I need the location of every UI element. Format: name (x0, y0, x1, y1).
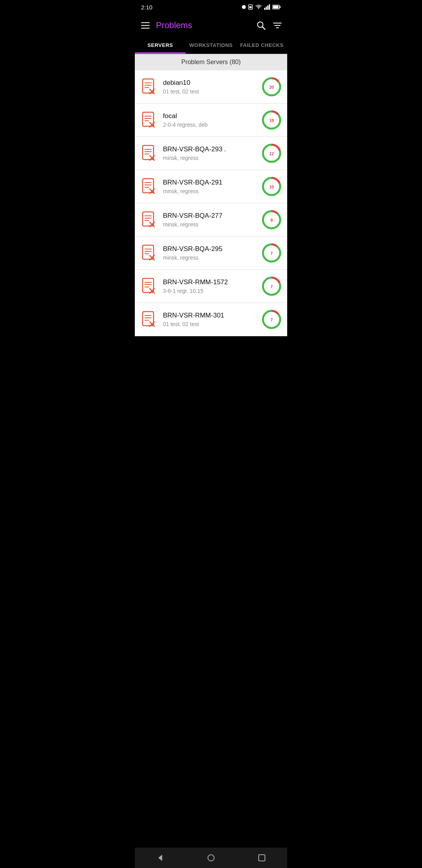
svg-rect-5 (267, 5, 268, 10)
list-item[interactable]: BRN-VSR-BQA-293 . minsk, regress 12 (135, 137, 287, 170)
server-status-icon (141, 311, 157, 328)
server-status-icon (141, 278, 157, 295)
wifi-icon (255, 4, 262, 10)
score-donut: 20 (261, 77, 282, 97)
server-name: BRN-VSR-BQA-291 (163, 179, 261, 187)
svg-rect-2 (249, 6, 252, 8)
svg-text:10: 10 (269, 185, 274, 189)
server-icon (140, 244, 157, 262)
server-name: BRN-VSR-RMM-301 (163, 312, 261, 319)
server-name: BRN-VSR-BQA-277 (163, 212, 261, 220)
server-info: BRN-VSR-BQA-295 minsk, regress (163, 245, 261, 261)
server-name: BRN-VSR-BQA-295 (163, 245, 261, 253)
server-tags: 01 test, 02 test (163, 321, 261, 327)
server-info: BRN-VSR-BQA-293 . minsk, regress (163, 145, 261, 161)
section-header: Problem Servers (80) (135, 54, 287, 70)
svg-text:19: 19 (269, 118, 274, 123)
privacy-indicator-icon (242, 5, 246, 9)
menu-button[interactable] (139, 21, 151, 30)
top-actions (256, 20, 283, 30)
svg-text:8: 8 (270, 218, 273, 222)
server-status-icon (141, 244, 157, 262)
list-item[interactable]: BRN-VSR-RMM-1572 3-6-1 regr, 10.15 7 (135, 270, 287, 303)
score-donut: 8 (261, 210, 282, 230)
server-icon (140, 311, 157, 328)
score-donut: 19 (261, 110, 282, 130)
search-button[interactable] (256, 20, 266, 30)
server-info: BRN-VSR-BQA-277 minsk, regress (163, 212, 261, 228)
server-tags: 2-0-4 regress, deb (163, 122, 261, 128)
score-donut: 7 (261, 243, 282, 263)
list-item[interactable]: BRN-VSR-RMM-301 01 test, 02 test 7 (135, 303, 287, 336)
score-donut: 10 (261, 176, 282, 197)
server-info: BRN-VSR-RMM-1572 3-6-1 regr, 10.15 (163, 278, 261, 294)
svg-rect-9 (273, 6, 279, 9)
status-icons (242, 4, 281, 10)
server-name: BRN-VSR-BQA-293 . (163, 145, 261, 153)
server-name: focal (163, 112, 261, 120)
server-tags: minsk, regress (163, 155, 261, 161)
server-list: debian10 01 test, 02 test 20 (135, 70, 287, 336)
page-title: Problems (156, 20, 256, 30)
filter-icon (272, 20, 283, 30)
server-tags: 01 test, 02 test (163, 88, 261, 95)
server-name: BRN-VSR-RMM-1572 (163, 278, 261, 286)
server-info: debian10 01 test, 02 test (163, 79, 261, 95)
server-info: BRN-VSR-BQA-291 minsk, regress (163, 179, 261, 194)
svg-text:7: 7 (270, 317, 273, 322)
svg-text:20: 20 (269, 85, 274, 90)
list-item[interactable]: BRN-VSR-BQA-295 minsk, regress 7 (135, 237, 287, 270)
server-icon (140, 211, 157, 228)
server-status-icon (141, 211, 157, 228)
server-name: debian10 (163, 79, 261, 87)
svg-point-0 (242, 5, 246, 9)
server-icon (140, 78, 157, 95)
score-donut: 7 (261, 276, 282, 296)
list-item[interactable]: BRN-VSR-BQA-277 minsk, regress 8 (135, 203, 287, 237)
list-item[interactable]: focal 2-0-4 regress, deb 19 (135, 104, 287, 137)
menu-line-2 (141, 25, 150, 26)
status-time: 2:10 (141, 4, 152, 11)
svg-text:7: 7 (270, 251, 273, 256)
server-info: BRN-VSR-RMM-301 01 test, 02 test (163, 312, 261, 327)
server-tags: minsk, regress (163, 221, 261, 228)
tab-servers[interactable]: SERVERS (135, 37, 186, 54)
server-info: focal 2-0-4 regress, deb (163, 112, 261, 128)
server-status-icon (141, 145, 157, 162)
svg-rect-4 (266, 7, 267, 10)
server-status-icon (141, 178, 157, 195)
server-status-icon (141, 111, 157, 129)
sim-icon (248, 4, 253, 10)
svg-text:12: 12 (269, 151, 274, 156)
server-status-icon (141, 78, 157, 95)
list-item[interactable]: debian10 01 test, 02 test 20 (135, 70, 287, 104)
server-tags: minsk, regress (163, 255, 261, 261)
tab-failed-checks[interactable]: FAILED CHECKS (236, 37, 287, 54)
search-icon (256, 20, 266, 30)
svg-line-11 (262, 27, 265, 29)
tabs-bar: SERVERS WORKSTATIONS FAILED CHECKS (135, 37, 287, 54)
status-bar: 2:10 (135, 0, 287, 14)
server-icon (140, 178, 157, 195)
svg-rect-6 (269, 4, 270, 10)
server-tags: 3-6-1 regr, 10.15 (163, 288, 261, 294)
tab-workstations[interactable]: WORKSTATIONS (186, 37, 236, 54)
svg-rect-8 (280, 6, 281, 8)
menu-line-3 (141, 28, 150, 29)
list-item[interactable]: BRN-VSR-BQA-291 minsk, regress 10 (135, 170, 287, 203)
battery-icon (272, 5, 281, 9)
menu-line-1 (141, 22, 150, 23)
score-donut: 7 (261, 309, 282, 330)
top-bar: Problems (135, 14, 287, 37)
score-donut: 12 (261, 143, 282, 163)
signal-icon (264, 4, 270, 10)
svg-text:7: 7 (270, 284, 273, 289)
server-icon (140, 145, 157, 162)
server-icon (140, 278, 157, 295)
filter-button[interactable] (272, 20, 283, 30)
server-icon (140, 111, 157, 129)
svg-rect-3 (264, 8, 265, 10)
server-tags: minsk, regress (163, 188, 261, 194)
